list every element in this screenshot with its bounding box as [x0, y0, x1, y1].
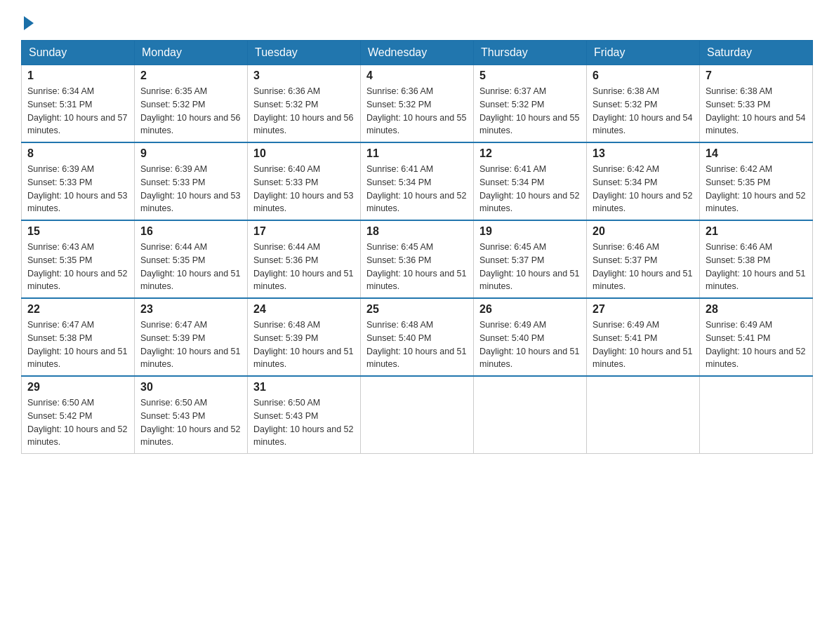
day-info: Sunrise: 6:46 AM Sunset: 5:37 PM Dayligh… [593, 241, 694, 293]
day-number: 1 [27, 69, 128, 82]
calendar-day-cell: 31 Sunrise: 6:50 AM Sunset: 5:43 PM Dayl… [248, 376, 361, 454]
calendar-day-cell: 2 Sunrise: 6:35 AM Sunset: 5:32 PM Dayli… [135, 65, 248, 143]
calendar-day-cell: 28 Sunrise: 6:49 AM Sunset: 5:41 PM Dayl… [700, 298, 813, 376]
day-number: 26 [479, 303, 581, 316]
calendar-table: SundayMondayTuesdayWednesdayThursdayFrid… [21, 40, 813, 454]
calendar-day-cell: 27 Sunrise: 6:49 AM Sunset: 5:41 PM Dayl… [587, 298, 700, 376]
calendar-day-cell [474, 376, 587, 454]
calendar-day-cell: 6 Sunrise: 6:38 AM Sunset: 5:32 PM Dayli… [587, 65, 700, 143]
calendar-day-cell: 10 Sunrise: 6:40 AM Sunset: 5:33 PM Dayl… [248, 142, 361, 220]
day-info: Sunrise: 6:50 AM Sunset: 5:43 PM Dayligh… [253, 396, 355, 449]
calendar-week-row: 8 Sunrise: 6:39 AM Sunset: 5:33 PM Dayli… [22, 142, 813, 220]
calendar-header-row: SundayMondayTuesdayWednesdayThursdayFrid… [22, 41, 813, 65]
day-number: 25 [366, 303, 468, 316]
calendar-day-cell: 9 Sunrise: 6:39 AM Sunset: 5:33 PM Dayli… [135, 142, 248, 220]
day-number: 21 [706, 225, 807, 238]
day-info: Sunrise: 6:36 AM Sunset: 5:32 PM Dayligh… [366, 85, 468, 137]
day-info: Sunrise: 6:49 AM Sunset: 5:40 PM Dayligh… [479, 318, 581, 371]
day-number: 13 [593, 147, 694, 160]
calendar-day-cell: 18 Sunrise: 6:45 AM Sunset: 5:36 PM Dayl… [361, 220, 474, 298]
calendar-day-cell: 25 Sunrise: 6:48 AM Sunset: 5:40 PM Dayl… [361, 298, 474, 376]
day-number: 9 [140, 147, 241, 160]
day-number: 24 [253, 303, 355, 316]
day-info: Sunrise: 6:49 AM Sunset: 5:41 PM Dayligh… [706, 318, 807, 371]
day-number: 8 [27, 147, 128, 160]
day-number: 10 [253, 147, 355, 160]
logo-arrow-icon [24, 16, 34, 30]
calendar-day-cell: 23 Sunrise: 6:47 AM Sunset: 5:39 PM Dayl… [135, 298, 248, 376]
calendar-day-cell: 24 Sunrise: 6:48 AM Sunset: 5:39 PM Dayl… [248, 298, 361, 376]
calendar-day-cell: 20 Sunrise: 6:46 AM Sunset: 5:37 PM Dayl… [587, 220, 700, 298]
calendar-week-row: 15 Sunrise: 6:43 AM Sunset: 5:35 PM Dayl… [22, 220, 813, 298]
calendar-day-cell [587, 376, 700, 454]
day-number: 20 [593, 225, 694, 238]
day-number: 4 [366, 69, 468, 82]
day-number: 23 [140, 303, 241, 316]
day-number: 31 [253, 381, 355, 394]
day-number: 28 [706, 303, 807, 316]
day-info: Sunrise: 6:45 AM Sunset: 5:37 PM Dayligh… [479, 241, 581, 293]
calendar-day-cell: 13 Sunrise: 6:42 AM Sunset: 5:34 PM Dayl… [587, 142, 700, 220]
calendar-header-tuesday: Tuesday [248, 41, 361, 65]
calendar-week-row: 1 Sunrise: 6:34 AM Sunset: 5:31 PM Dayli… [22, 65, 813, 143]
day-info: Sunrise: 6:41 AM Sunset: 5:34 PM Dayligh… [366, 163, 468, 215]
day-number: 6 [593, 69, 694, 82]
day-number: 22 [27, 303, 128, 316]
day-info: Sunrise: 6:44 AM Sunset: 5:36 PM Dayligh… [253, 241, 355, 293]
calendar-day-cell: 5 Sunrise: 6:37 AM Sunset: 5:32 PM Dayli… [474, 65, 587, 143]
calendar-day-cell: 17 Sunrise: 6:44 AM Sunset: 5:36 PM Dayl… [248, 220, 361, 298]
calendar-header-friday: Friday [587, 41, 700, 65]
day-info: Sunrise: 6:43 AM Sunset: 5:35 PM Dayligh… [27, 241, 128, 293]
page-header [21, 14, 813, 27]
day-info: Sunrise: 6:35 AM Sunset: 5:32 PM Dayligh… [140, 85, 241, 137]
calendar-day-cell: 3 Sunrise: 6:36 AM Sunset: 5:32 PM Dayli… [248, 65, 361, 143]
day-info: Sunrise: 6:50 AM Sunset: 5:43 PM Dayligh… [140, 396, 241, 449]
calendar-day-cell: 21 Sunrise: 6:46 AM Sunset: 5:38 PM Dayl… [700, 220, 813, 298]
day-number: 12 [479, 147, 581, 160]
day-info: Sunrise: 6:42 AM Sunset: 5:35 PM Dayligh… [706, 163, 807, 215]
day-number: 29 [27, 381, 128, 394]
calendar-header-saturday: Saturday [700, 41, 813, 65]
calendar-day-cell [361, 376, 474, 454]
day-info: Sunrise: 6:49 AM Sunset: 5:41 PM Dayligh… [593, 318, 694, 371]
day-number: 15 [27, 225, 128, 238]
calendar-day-cell: 4 Sunrise: 6:36 AM Sunset: 5:32 PM Dayli… [361, 65, 474, 143]
calendar-header-wednesday: Wednesday [361, 41, 474, 65]
day-number: 3 [253, 69, 355, 82]
day-number: 14 [706, 147, 807, 160]
day-info: Sunrise: 6:48 AM Sunset: 5:40 PM Dayligh… [366, 318, 468, 371]
day-info: Sunrise: 6:47 AM Sunset: 5:38 PM Dayligh… [27, 318, 128, 371]
day-info: Sunrise: 6:42 AM Sunset: 5:34 PM Dayligh… [593, 163, 694, 215]
day-number: 18 [366, 225, 468, 238]
day-info: Sunrise: 6:50 AM Sunset: 5:42 PM Dayligh… [27, 396, 128, 449]
day-info: Sunrise: 6:39 AM Sunset: 5:33 PM Dayligh… [27, 163, 128, 215]
day-info: Sunrise: 6:38 AM Sunset: 5:32 PM Dayligh… [593, 85, 694, 137]
day-info: Sunrise: 6:37 AM Sunset: 5:32 PM Dayligh… [479, 85, 581, 137]
day-info: Sunrise: 6:41 AM Sunset: 5:34 PM Dayligh… [479, 163, 581, 215]
day-info: Sunrise: 6:34 AM Sunset: 5:31 PM Dayligh… [27, 85, 128, 137]
day-number: 16 [140, 225, 241, 238]
day-number: 7 [706, 69, 807, 82]
day-info: Sunrise: 6:39 AM Sunset: 5:33 PM Dayligh… [140, 163, 241, 215]
calendar-header-sunday: Sunday [22, 41, 135, 65]
day-info: Sunrise: 6:47 AM Sunset: 5:39 PM Dayligh… [140, 318, 241, 371]
calendar-day-cell: 7 Sunrise: 6:38 AM Sunset: 5:33 PM Dayli… [700, 65, 813, 143]
calendar-day-cell: 1 Sunrise: 6:34 AM Sunset: 5:31 PM Dayli… [22, 65, 135, 143]
day-number: 11 [366, 147, 468, 160]
day-info: Sunrise: 6:45 AM Sunset: 5:36 PM Dayligh… [366, 241, 468, 293]
day-info: Sunrise: 6:48 AM Sunset: 5:39 PM Dayligh… [253, 318, 355, 371]
day-number: 2 [140, 69, 241, 82]
day-number: 5 [479, 69, 581, 82]
calendar-day-cell: 19 Sunrise: 6:45 AM Sunset: 5:37 PM Dayl… [474, 220, 587, 298]
day-number: 30 [140, 381, 241, 394]
calendar-day-cell: 29 Sunrise: 6:50 AM Sunset: 5:42 PM Dayl… [22, 376, 135, 454]
calendar-day-cell: 22 Sunrise: 6:47 AM Sunset: 5:38 PM Dayl… [22, 298, 135, 376]
day-info: Sunrise: 6:36 AM Sunset: 5:32 PM Dayligh… [253, 85, 355, 137]
calendar-day-cell: 14 Sunrise: 6:42 AM Sunset: 5:35 PM Dayl… [700, 142, 813, 220]
calendar-header-thursday: Thursday [474, 41, 587, 65]
calendar-header-monday: Monday [135, 41, 248, 65]
calendar-day-cell: 30 Sunrise: 6:50 AM Sunset: 5:43 PM Dayl… [135, 376, 248, 454]
day-info: Sunrise: 6:46 AM Sunset: 5:38 PM Dayligh… [706, 241, 807, 293]
calendar-day-cell: 11 Sunrise: 6:41 AM Sunset: 5:34 PM Dayl… [361, 142, 474, 220]
calendar-day-cell: 16 Sunrise: 6:44 AM Sunset: 5:35 PM Dayl… [135, 220, 248, 298]
